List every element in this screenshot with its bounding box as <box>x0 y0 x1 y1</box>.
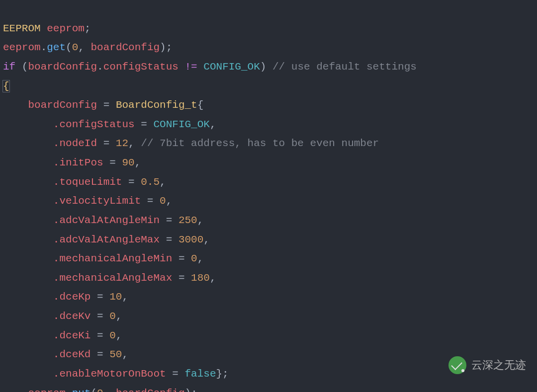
value: 0 <box>109 311 116 322</box>
code-line: .configStatus = CONFIG_OK, <box>3 119 216 130</box>
comment: // use default settings <box>272 61 417 73</box>
number-literal: 0 <box>72 42 79 53</box>
keyword: if <box>3 61 15 73</box>
identifier: boardConfig <box>28 61 97 73</box>
identifier: eeprom <box>28 388 66 392</box>
code-line: .initPos = 90, <box>3 157 141 168</box>
code-line: .dceKd = 50, <box>3 349 128 360</box>
operator: != <box>185 61 197 73</box>
constant: CONFIG_OK <box>203 61 260 73</box>
code-line: EEPROM eeprom; <box>3 23 90 34</box>
value: 10 <box>109 291 122 303</box>
number-literal: 0 <box>97 388 103 392</box>
code-line: .velocityLimit = 0, <box>3 195 172 207</box>
field: .configStatus <box>53 119 135 130</box>
code-line: .adcValAtAngleMax = 3000, <box>3 234 210 245</box>
code-line: .nodeId = 12, // 7bit address, has to be… <box>3 138 379 149</box>
code-line: .adcValAtAngleMin = 250, <box>3 215 203 226</box>
value: CONFIG_OK <box>153 119 209 130</box>
code-line: { <box>3 80 9 92</box>
field: .dceKv <box>53 311 91 322</box>
function-call: put <box>72 388 91 392</box>
code-line: .dceKi = 0, <box>3 330 122 341</box>
code-line: if (boardConfig.configStatus != CONFIG_O… <box>3 61 417 73</box>
assign-op: = <box>103 99 110 111</box>
field: .velocityLimit <box>53 195 141 207</box>
field: .dceKp <box>53 291 91 303</box>
code-editor[interactable]: EEPROM eeprom; eeprom.get(0, boardConfig… <box>0 0 537 392</box>
field: .adcValAtAngleMax <box>53 234 160 245</box>
field: .mechanicalAngleMax <box>53 272 172 284</box>
value: 0 <box>191 253 197 264</box>
function-call: get <box>47 42 66 53</box>
code-line: .enableMotorOnBoot = false}; <box>3 368 229 380</box>
code-line: .mechanicalAngleMax = 180, <box>3 272 216 284</box>
value: false <box>184 368 216 380</box>
field: .nodeId <box>53 138 97 149</box>
identifier: boardConfig <box>28 99 97 111</box>
code-line: .dceKv = 0, <box>3 311 122 322</box>
field: .toqueLimit <box>53 176 122 188</box>
identifier: boardConfig <box>116 388 185 392</box>
field: configStatus <box>103 61 179 73</box>
field: .enableMotorOnBoot <box>53 368 166 380</box>
brace-open: { <box>3 80 9 92</box>
identifier: eeprom <box>47 23 85 34</box>
comment: // 7bit address, has to be even number <box>135 138 379 149</box>
value: 90 <box>122 157 134 168</box>
wechat-icon <box>448 356 466 374</box>
code-line: eeprom.get(0, boardConfig); <box>3 42 172 53</box>
value: 3000 <box>179 234 203 245</box>
code-line: eeprom.put(0, boardConfig); <box>3 388 197 392</box>
value: 12 <box>116 138 128 149</box>
code-line: .dceKp = 10, <box>3 291 128 303</box>
identifier: eeprom <box>3 42 41 53</box>
field: .dceKd <box>53 349 91 360</box>
field: .mechanicalAngleMin <box>53 253 172 264</box>
field: .initPos <box>53 157 103 168</box>
value: 250 <box>179 215 197 226</box>
field: .adcValAtAngleMin <box>53 215 160 226</box>
watermark-text: 云深之无迹 <box>471 355 526 375</box>
type-token: BoardConfig_t <box>116 99 197 111</box>
value: 50 <box>109 349 122 360</box>
code-line: .mechanicalAngleMin = 0, <box>3 253 203 264</box>
value: 0.5 <box>141 176 160 188</box>
identifier: boardConfig <box>90 42 160 53</box>
value: 0 <box>109 330 116 341</box>
code-line: boardConfig = BoardConfig_t{ <box>3 99 203 111</box>
value: 180 <box>191 272 210 284</box>
field: .dceKi <box>53 330 91 341</box>
code-line: .toqueLimit = 0.5, <box>3 176 166 188</box>
watermark: 云深之无迹 <box>448 355 526 375</box>
value: 0 <box>160 195 166 207</box>
type-token: EEPROM <box>3 23 41 34</box>
